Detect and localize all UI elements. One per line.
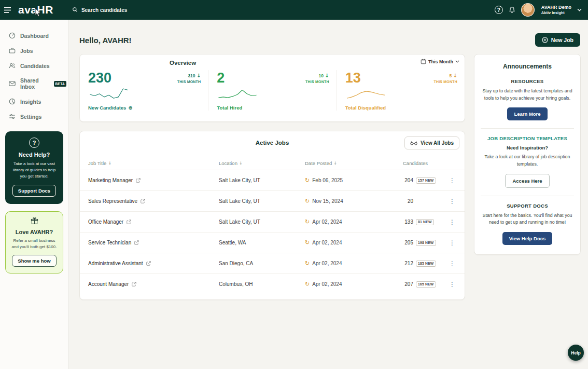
repost-icon[interactable]: ↻ [305,240,310,245]
access-here-button[interactable]: Access Here [505,174,549,188]
job-candidates[interactable]: 207 165 NEW [403,281,441,288]
topbar-right: ? AVAHR Demo Aktiv Insight [495,3,582,17]
row-actions-menu[interactable]: ⋮ [441,281,456,288]
stat-value: 230 [88,71,111,85]
user-identity: AVAHR Demo Aktiv Insight [541,5,571,16]
refer-card: Love AVAHR? Refer a small business and y… [5,211,63,274]
job-row: Sales Representative Salt Lake City, UT … [80,190,465,211]
sidebar-item-shared-inbox[interactable]: Shared Inbox BETA [0,73,68,94]
job-row: Account Manager Columbus, OH ↻ Apr 02, 2… [80,274,465,294]
new-candidates-badge: 157 NEW [416,177,436,184]
sidebar: Dashboard Jobs Candidates Shared Inbox B… [0,20,69,369]
job-candidates[interactable]: 20 [403,198,441,204]
column-header-job-title[interactable]: Job Title↓ [88,160,219,166]
pie-chart-icon [9,98,16,105]
section-heading: SUPPORT DOCS [481,203,574,209]
search-icon [72,5,78,15]
job-title-link[interactable]: Sales Representative [88,198,219,204]
gauge-icon [9,32,16,39]
sidebar-item-insights[interactable]: Insights [0,94,68,109]
stat-new-candidates: 230 310 ↓ THIS MONTH New Candidates ⊕ [80,70,208,111]
repost-icon[interactable]: ↻ [305,198,310,204]
view-help-docs-button[interactable]: View Help Docs [502,232,553,245]
job-candidates[interactable]: 212 185 NEW [403,261,441,267]
need-help-card: ? Need Help? Take a look at our vast lib… [5,131,63,204]
stat-value: 13 [345,71,361,85]
new-job-button[interactable]: New Job [535,33,580,47]
divider [481,128,574,129]
beta-badge: BETA [54,81,66,87]
job-candidates[interactable]: 205 198 NEW [403,240,441,246]
repost-icon[interactable]: ↻ [305,261,310,266]
job-date-posted: ↻ Apr 02, 2024 [305,240,403,245]
help-fab[interactable]: Help [568,345,584,361]
column-header-location[interactable]: Location↓ [219,160,305,166]
period-select[interactable]: This Month [421,59,459,64]
search-input[interactable] [81,7,149,13]
sidebar-item-settings[interactable]: Settings [0,109,68,124]
sidebar-item-label: Jobs [20,48,33,54]
period-value: This Month [428,59,453,64]
avahr-logo[interactable]: avaHR [18,4,53,16]
job-row: Service Technician Seattle, WA ↻ Apr 02,… [80,232,465,253]
row-actions-menu[interactable]: ⋮ [441,239,456,247]
job-date-posted: ↻ Apr 02, 2024 [305,261,403,266]
gift-icon [10,217,58,227]
job-title-link[interactable]: Service Technician [88,240,219,245]
job-candidates[interactable]: 204 157 NEW [403,177,441,184]
row-actions-menu[interactable]: ⋮ [441,177,456,184]
refer-title: Love AVAHR? [10,229,58,235]
question-circle-icon: ? [29,138,39,148]
support-docs-button[interactable]: Support Docs [12,185,56,197]
help-circle-icon[interactable]: ? [495,6,503,14]
repost-icon[interactable]: ↻ [305,177,310,183]
repost-icon[interactable]: ↻ [305,281,310,287]
section-subheading: Need Inspiration? [481,145,574,151]
stat-delta: 5 ↓ THIS MONTH [433,72,457,84]
section-heading: JOB DESCRIPTION TEMPLATES [481,135,574,141]
job-location: Seattle, WA [219,240,305,245]
chevron-down-icon[interactable] [577,8,582,11]
row-actions-menu[interactable]: ⋮ [441,218,456,226]
show-me-how-button[interactable]: Show me how [12,255,56,267]
job-title-link[interactable]: Office Manager [88,219,219,225]
briefcase-icon [9,47,16,54]
stat-label[interactable]: Total Disqualified [345,105,457,111]
topbar: avaHR ? AVAHR Demo Aktiv Insight [0,0,588,20]
column-header-date-posted[interactable]: Date Posted↓ [305,160,403,166]
bell-icon[interactable] [509,6,515,13]
user-organization: Aktiv Insight [541,10,571,15]
external-link-icon [127,220,131,224]
sidebar-item-dashboard[interactable]: Dashboard [0,28,68,43]
new-candidates-badge: 185 NEW [416,261,436,267]
stat-label[interactable]: Total Hired [217,105,329,111]
sidebar-item-jobs[interactable]: Jobs [0,43,68,58]
job-row: Office Manager Salt Lake City, UT ↻ Apr … [80,211,465,232]
external-link-icon [136,178,141,183]
job-candidates[interactable]: 133 81 NEW [403,219,441,225]
new-candidates-badge: 165 NEW [416,281,436,288]
repost-icon[interactable]: ↻ [305,219,310,225]
binoculars-icon [410,141,417,145]
learn-more-button[interactable]: Learn More [507,107,547,120]
view-all-jobs-button[interactable]: View All Jobs [404,136,459,149]
candidate-search[interactable] [72,5,149,15]
announcement-section-job-description-templates: JOB DESCRIPTION TEMPLATES Need Inspirati… [481,135,574,187]
job-title-link[interactable]: Account Manager [88,281,219,287]
job-row: Marketing Manager Salt Lake City, UT ↻ F… [80,170,465,190]
topbar-left: avaHR [4,4,149,16]
sparkline-chart [345,87,387,102]
row-actions-menu[interactable]: ⋮ [441,260,456,267]
sort-icon: ↓ [239,161,243,166]
user-avatar[interactable] [521,3,535,17]
sidebar-item-candidates[interactable]: Candidates [0,58,68,73]
row-actions-menu[interactable]: ⋮ [441,198,456,205]
menu-icon[interactable] [4,7,11,13]
main-content: Hello, AVAHR! New Job Overview This Mont… [69,20,588,369]
job-title-link[interactable]: Administrative Assistant [88,261,219,266]
column-header-candidates: Candidates [403,160,441,166]
job-title-link[interactable]: Marketing Manager [88,177,219,183]
new-candidates-badge: 198 NEW [416,240,436,246]
stat-delta: 310 ↓ THIS MONTH [177,72,201,84]
stat-label[interactable]: New Candidates ⊕ [88,105,201,111]
